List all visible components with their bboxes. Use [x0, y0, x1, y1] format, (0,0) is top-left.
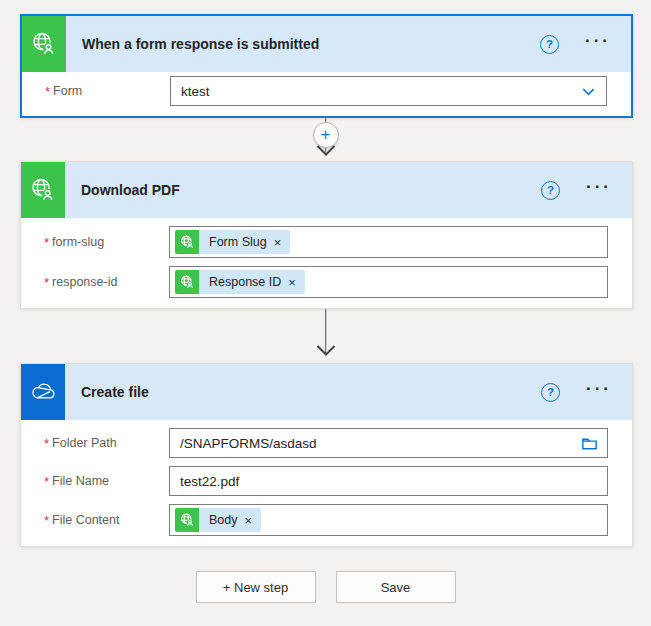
field-row-folder-path: * Folder Path /SNAPFORMS/asdasd	[44, 428, 608, 458]
required-asterisk: *	[44, 235, 49, 250]
token-body[interactable]: Body ×	[175, 508, 261, 532]
save-button[interactable]: Save	[336, 571, 456, 603]
required-asterisk: *	[44, 474, 49, 489]
field-label: * response-id	[44, 275, 169, 290]
field-label-text: File Name	[52, 474, 109, 488]
card-trigger-form-response: When a form response is submitted ? ··· …	[20, 14, 633, 118]
field-row-response-id: * response-id	[44, 266, 608, 298]
form-dropdown[interactable]: ktest	[170, 76, 607, 106]
file-name-value: test22.pdf	[170, 474, 607, 489]
chevron-down-icon[interactable]	[581, 84, 596, 99]
field-label: * File Name	[44, 474, 169, 489]
field-label-text: Folder Path	[52, 436, 117, 450]
arrow-down-icon	[316, 342, 336, 360]
card-download-pdf: Download PDF ? ··· * form-slug	[20, 161, 633, 309]
new-step-button[interactable]: + New step	[196, 571, 316, 603]
ellipsis-menu-icon[interactable]: ···	[586, 182, 612, 198]
token-response-id[interactable]: Response ID ×	[175, 270, 305, 294]
folder-picker-icon[interactable]	[580, 434, 599, 453]
snapforms-globe-user-icon	[21, 162, 65, 218]
onedrive-icon	[21, 364, 65, 420]
arrow-down-icon	[316, 142, 336, 160]
snapforms-token-icon	[175, 508, 199, 532]
card-title: When a form response is submitted	[66, 16, 540, 72]
field-row-file-content: * File Content	[44, 504, 608, 536]
field-label: * File Content	[44, 513, 169, 528]
token-label: Response ID	[209, 275, 281, 289]
field-label-text: response-id	[52, 275, 117, 289]
snapforms-token-icon	[175, 230, 199, 254]
folder-path-input[interactable]: /SNAPFORMS/asdasd	[169, 428, 608, 458]
response-id-input[interactable]: Response ID ×	[169, 266, 608, 298]
snapforms-token-icon	[175, 270, 199, 294]
required-asterisk: *	[44, 513, 49, 528]
remove-token-icon[interactable]: ×	[245, 514, 253, 527]
file-name-input[interactable]: test22.pdf	[169, 466, 608, 496]
field-row-form: * Form ktest	[45, 76, 607, 106]
field-row-form-slug: * form-slug	[44, 226, 608, 258]
card-header[interactable]: Create file ? ···	[21, 364, 632, 420]
required-asterisk: *	[45, 84, 50, 99]
remove-token-icon[interactable]: ×	[288, 276, 296, 289]
required-asterisk: *	[44, 275, 49, 290]
card-create-file: Create file ? ··· * Folder Path /SNAPFOR…	[20, 363, 633, 547]
footer-actions: + New step Save	[0, 571, 651, 603]
field-label: * form-slug	[44, 235, 169, 250]
connector	[0, 309, 651, 363]
field-label-text: Form	[53, 84, 82, 98]
field-row-file-name: * File Name test22.pdf	[44, 466, 608, 496]
form-slug-input[interactable]: Form Slug ×	[169, 226, 608, 258]
ellipsis-menu-icon[interactable]: ···	[586, 384, 612, 400]
token-label: Body	[209, 513, 238, 527]
card-title: Create file	[65, 364, 541, 420]
file-content-input[interactable]: Body ×	[169, 504, 608, 536]
folder-path-value: /SNAPFORMS/asdasd	[170, 436, 580, 451]
required-asterisk: *	[44, 436, 49, 451]
card-header[interactable]: When a form response is submitted ? ···	[22, 16, 631, 72]
remove-token-icon[interactable]: ×	[274, 236, 282, 249]
token-form-slug[interactable]: Form Slug ×	[175, 230, 290, 254]
ellipsis-menu-icon[interactable]: ···	[585, 36, 611, 52]
card-header[interactable]: Download PDF ? ···	[21, 162, 632, 218]
field-label: * Form	[45, 84, 170, 99]
form-dropdown-value: ktest	[171, 84, 581, 99]
help-icon[interactable]: ?	[541, 383, 560, 402]
help-icon[interactable]: ?	[541, 181, 560, 200]
field-label: * Folder Path	[44, 436, 169, 451]
connector: +	[0, 118, 651, 161]
token-label: Form Slug	[209, 235, 267, 249]
flow-designer-canvas: When a form response is submitted ? ··· …	[0, 14, 651, 626]
card-title: Download PDF	[65, 162, 541, 218]
field-label-text: form-slug	[52, 235, 104, 249]
field-label-text: File Content	[52, 513, 119, 527]
help-icon[interactable]: ?	[540, 35, 559, 54]
snapforms-globe-user-icon	[22, 16, 66, 72]
